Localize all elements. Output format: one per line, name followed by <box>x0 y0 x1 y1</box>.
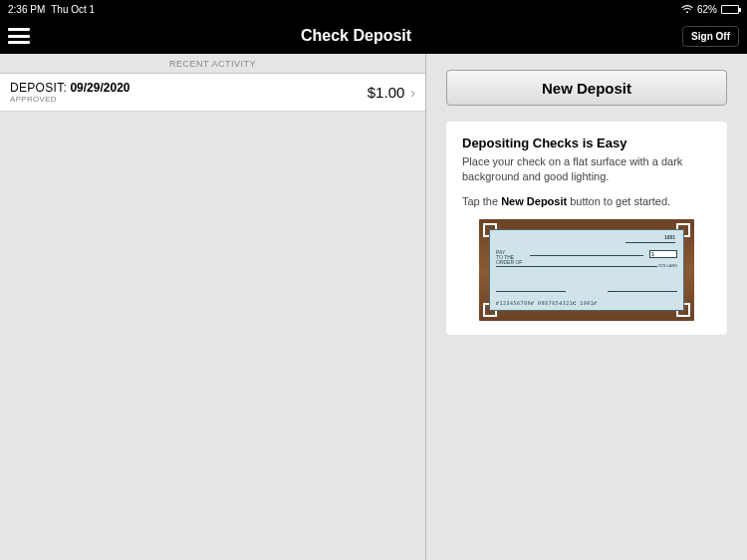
instructions-line2: Tap the New Deposit button to get starte… <box>462 194 711 209</box>
sign-off-button[interactable]: Sign Off <box>682 26 739 47</box>
recent-activity-pane: RECENT ACTIVITY DEPOSIT: 09/29/2020 APPR… <box>0 54 426 560</box>
check-number: 1001 <box>664 234 675 240</box>
status-time: 2:36 PM <box>8 4 45 15</box>
instructions-card: Depositing Checks is Easy Place your che… <box>446 122 727 335</box>
page-title: Check Deposit <box>301 27 411 45</box>
status-date: Thu Oct 1 <box>51 4 95 15</box>
activity-status: APPROVED <box>10 95 130 104</box>
activity-row[interactable]: DEPOSIT: 09/29/2020 APPROVED $1.00 › <box>0 74 425 112</box>
activity-label: DEPOSIT: <box>10 81 67 95</box>
deposit-pane: New Deposit Depositing Checks is Easy Pl… <box>426 54 747 560</box>
status-battery-pct: 62% <box>697 4 717 15</box>
activity-amount: $1.00 <box>368 84 405 101</box>
check-dollars-label: DOLLARS <box>658 263 677 268</box>
check-micr: ⑈123456789⑈ 0987654321⑆ 1001⑈ <box>496 300 677 306</box>
wifi-icon <box>681 5 693 14</box>
content-area: RECENT ACTIVITY DEPOSIT: 09/29/2020 APPR… <box>0 54 747 560</box>
activity-date: 09/29/2020 <box>70 81 129 95</box>
menu-icon[interactable] <box>8 28 30 44</box>
instructions-heading: Depositing Checks is Easy <box>462 136 711 150</box>
new-deposit-button[interactable]: New Deposit <box>446 70 727 106</box>
nav-bar: Check Deposit Sign Off <box>0 18 747 54</box>
check-pay-label: PAY TO THE ORDER OF <box>496 250 522 265</box>
instructions-line1: Place your check on a flat surface with … <box>462 154 711 184</box>
check-illustration: 1001 PAY TO THE ORDER OF $ DOLLARS ⑈1234… <box>479 219 694 321</box>
battery-icon <box>721 5 739 14</box>
recent-activity-header: RECENT ACTIVITY <box>0 54 425 74</box>
chevron-right-icon: › <box>410 85 415 101</box>
status-bar: 2:36 PM Thu Oct 1 62% <box>0 0 747 18</box>
